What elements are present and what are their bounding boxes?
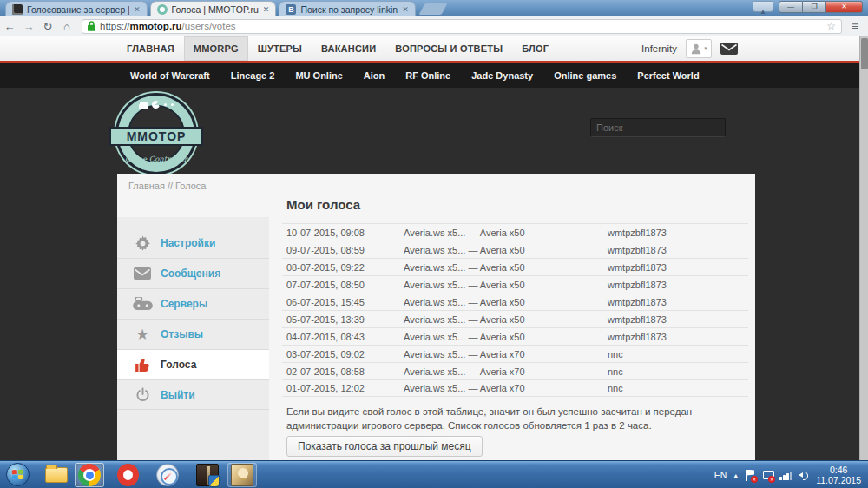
- nav-item-qa[interactable]: ВОПРОСЫ И ОТВЕТЫ: [385, 36, 512, 61]
- vote-server: Averia.ws x5... — Averia x50: [404, 280, 608, 290]
- vote-voter: wmtpzbfl1873: [608, 280, 748, 290]
- site-main-nav: ГЛАВНАЯ MMORPG ШУТЕРЫ ВАКАНСИИ ВОПРОСЫ И…: [0, 36, 868, 61]
- tab-close-icon[interactable]: [263, 5, 270, 14]
- sidebar-item-messages[interactable]: Сообщения: [117, 258, 269, 288]
- table-row: 03-07-2015, 09:02 Averia.ws x5... — Aver…: [282, 345, 748, 362]
- scrollbar-thumb[interactable]: [861, 38, 868, 69]
- clock[interactable]: 0:46 11.07.2015: [816, 465, 865, 485]
- url-text: https://mmotop.ru/users/votes: [100, 21, 236, 31]
- sidebar-item-label: Выйти: [161, 389, 195, 401]
- games-nav-online-games[interactable]: Online games: [554, 70, 616, 81]
- profile-button[interactable]: [753, 1, 773, 12]
- vote-server: Averia.ws x5... — Averia x70: [404, 349, 608, 359]
- logo-game-icons: [118, 101, 194, 109]
- games-nav-perfect-world[interactable]: Perfect World: [637, 70, 699, 81]
- breadcrumb[interactable]: Главная // Голоса: [128, 181, 206, 191]
- search-input[interactable]: [596, 122, 720, 133]
- chevron-down-icon: [704, 45, 707, 52]
- sidebar-item-votes[interactable]: Голоса: [117, 349, 269, 379]
- maximize-button[interactable]: [803, 1, 826, 13]
- screen: Голосование за сервер | Голоса | MMOTOP.…: [0, 0, 868, 488]
- page-title: Мои голоса: [286, 197, 360, 212]
- volume-icon[interactable]: [799, 470, 810, 480]
- games-nav-aion[interactable]: Aion: [364, 70, 385, 81]
- show-last-month-button[interactable]: Показать голоса за прошлый месяц: [286, 436, 483, 457]
- taskbar-opera-button[interactable]: [113, 463, 142, 487]
- taskbar-chrome-button[interactable]: [75, 463, 104, 487]
- tab-title: Голоса | MMOTOP.ru: [172, 4, 259, 15]
- sidebar-item-logout[interactable]: Выйти: [117, 379, 269, 410]
- address-bar[interactable]: https://mmotop.ru/users/votes: [82, 19, 842, 34]
- sidebar-item-label: Голоса: [161, 359, 196, 371]
- language-indicator[interactable]: EN: [714, 470, 727, 480]
- forward-button[interactable]: →: [19, 20, 38, 33]
- start-button[interactable]: [6, 463, 30, 486]
- gear-icon: [131, 235, 154, 252]
- star-icon: ★: [131, 327, 154, 342]
- taskbar-game2-button[interactable]: [227, 463, 257, 487]
- sidebar-item-label: Отзывы: [161, 328, 203, 340]
- vote-voter: wmtpzbfl1873: [608, 262, 748, 273]
- nav-item-mmorpg[interactable]: MMORPG: [184, 36, 248, 61]
- tab-mmotop-votes[interactable]: Голоса | MMOTOP.ru: [150, 1, 277, 16]
- vote-voter: nnc: [608, 349, 748, 359]
- tab-title: Голосование за сервер |: [27, 4, 129, 15]
- nav-item-blog[interactable]: БЛОГ: [512, 36, 558, 61]
- mail-icon[interactable]: [720, 43, 738, 55]
- bookmark-star-icon[interactable]: [826, 20, 836, 32]
- games-nav-jade-dynasty[interactable]: Jade Dynasty: [471, 70, 533, 81]
- games-nav-mu-online[interactable]: MU Online: [295, 70, 342, 81]
- vote-date: 04-07-2015, 08:43: [282, 332, 404, 342]
- sidebar-item-reviews[interactable]: ★ Отзывы: [117, 319, 269, 349]
- vote-server: Averia.ws x5... — Averia x50: [404, 262, 608, 273]
- reload-button[interactable]: ↻: [38, 20, 57, 33]
- safari-icon: [156, 464, 179, 486]
- votes-note: Если вы видите свой голос в этой таблице…: [286, 405, 755, 432]
- game-app-icon: [196, 464, 219, 486]
- nav-item-home[interactable]: ГЛАВНАЯ: [117, 36, 184, 61]
- home-button[interactable]: ⌂: [57, 20, 76, 33]
- taskbar-explorer-button[interactable]: [42, 463, 71, 487]
- games-nav-wow[interactable]: World of Warcraft: [130, 70, 210, 81]
- table-row: 10-07-2015, 09:08 Averia.ws x5... — Aver…: [282, 223, 748, 241]
- games-nav-rf-online[interactable]: RF Online: [405, 70, 450, 81]
- invader-icon: [140, 102, 148, 108]
- back-button[interactable]: ←: [0, 20, 19, 33]
- tab-close-icon[interactable]: [402, 5, 409, 14]
- signal-icon[interactable]: [779, 470, 792, 480]
- action-center-icon[interactable]: [745, 470, 756, 481]
- user-menu-button[interactable]: [686, 39, 712, 58]
- page-scrollbar[interactable]: [859, 36, 868, 460]
- sidebar-item-servers[interactable]: Серверы: [117, 288, 269, 319]
- windows-taskbar: EN 0:46 11.07.2015: [0, 460, 868, 488]
- minimize-button[interactable]: [779, 1, 803, 13]
- games-nav-lineage2[interactable]: Lineage 2: [231, 70, 275, 81]
- new-tab-button[interactable]: [418, 3, 447, 15]
- taskbar-safari-button[interactable]: [153, 463, 182, 487]
- taskbar-game-button[interactable]: [193, 463, 222, 487]
- nav-item-shooters[interactable]: ШУТЕРЫ: [248, 36, 312, 61]
- clock-time: 0:46: [816, 465, 861, 475]
- sidebar-item-settings[interactable]: Настройки: [117, 228, 269, 258]
- browser-toolbar: ← → ↻ ⌂ https://mmotop.ru/users/votes: [0, 16, 868, 36]
- vote-date: 08-07-2015, 09:22: [282, 262, 404, 273]
- tab-vk-search[interactable]: В Поиск по запросу linkin: [279, 1, 415, 16]
- vote-server: Averia.ws x5... — Averia x50: [404, 245, 608, 255]
- tab-close-icon[interactable]: [134, 5, 141, 14]
- network-problem-icon[interactable]: [762, 470, 773, 481]
- mmotop-logo[interactable]: MMOTOP Game Controller: [115, 93, 197, 175]
- vote-voter: wmtpzbfl1873: [608, 297, 748, 307]
- close-button[interactable]: [826, 1, 863, 13]
- system-tray: EN 0:46 11.07.2015: [714, 461, 865, 488]
- padlock-icon: [88, 21, 95, 31]
- clock-date: 11.07.2015: [816, 475, 861, 485]
- chrome-icon: [78, 464, 101, 486]
- browser-menu-icon[interactable]: [845, 19, 865, 33]
- nav-item-vacancies[interactable]: ВАКАНСИИ: [312, 36, 385, 61]
- pacman-icon: [152, 101, 160, 109]
- vote-voter: wmtpzbfl1873: [608, 228, 748, 238]
- tab-vote-server[interactable]: Голосование за сервер |: [5, 1, 148, 16]
- hidden-icons-arrow[interactable]: [733, 472, 739, 478]
- vote-server: Averia.ws x5... — Averia x50: [404, 297, 608, 307]
- tab-favicon: [12, 4, 23, 15]
